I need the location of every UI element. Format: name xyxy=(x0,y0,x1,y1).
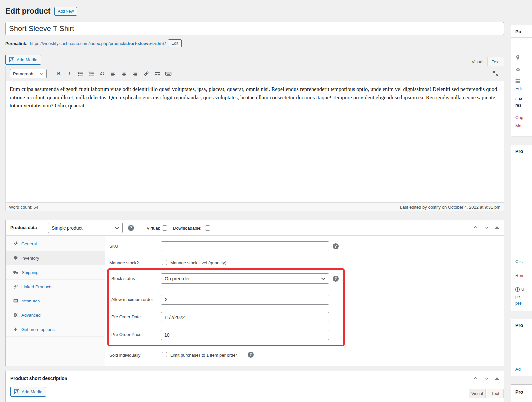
catalog-visibility-text: Cat xyxy=(515,97,522,101)
tab-label: Linked Products xyxy=(21,284,52,289)
preorder-price-label: Pre Order Price xyxy=(111,332,141,337)
image-notice-text: U xyxy=(521,287,524,292)
tab-attributes[interactable]: Attributes xyxy=(6,294,105,308)
toolbar-buttons: B I 123 xyxy=(55,70,172,78)
move-down-icon[interactable] xyxy=(484,376,489,381)
tab-inventory[interactable]: Inventory xyxy=(6,251,105,265)
copy-draft-link[interactable]: Cop xyxy=(515,115,523,120)
eye-icon xyxy=(515,67,521,72)
manage-stock-checkbox[interactable] xyxy=(162,260,167,265)
help-icon[interactable]: ? xyxy=(333,243,339,249)
stock-status-select[interactable]: On preorder xyxy=(161,273,329,284)
chevron-down-icon xyxy=(321,277,325,280)
manage-stock-text: Manage stock level (quantity) xyxy=(170,260,226,265)
product-title-input[interactable] xyxy=(5,22,504,35)
tab-text[interactable]: Text xyxy=(487,57,504,66)
editor-content[interactable]: Eum culpa assumenda eligendi fugit labor… xyxy=(6,81,504,202)
bold-icon[interactable]: B xyxy=(55,70,63,78)
edit-permalink-button[interactable]: Edit xyxy=(168,39,182,47)
more-tag-icon[interactable] xyxy=(153,70,161,78)
tab-get-more-options[interactable]: Get more options xyxy=(6,322,105,337)
add-media-button[interactable]: Add Media xyxy=(5,55,41,65)
media-icon xyxy=(9,57,14,62)
wrench-icon xyxy=(13,241,18,246)
help-icon[interactable]: ? xyxy=(248,352,254,358)
svg-text:3: 3 xyxy=(89,75,90,77)
align-left-icon[interactable] xyxy=(109,70,117,78)
tab-advanced[interactable]: Advanced xyxy=(6,308,105,322)
fullscreen-icon[interactable] xyxy=(492,70,500,78)
max-order-input[interactable] xyxy=(161,295,329,305)
align-right-icon[interactable] xyxy=(131,70,139,78)
toggle-panel-icon[interactable] xyxy=(495,377,499,380)
pin-icon xyxy=(515,55,521,60)
move-up-icon[interactable] xyxy=(473,225,478,230)
align-center-icon[interactable] xyxy=(120,70,128,78)
chevron-down-icon xyxy=(115,227,119,229)
main-editor-area: Add Media Visual Text Paragraph B I 123 xyxy=(5,54,504,211)
editor-toolbar: Paragraph B I 123 xyxy=(6,66,504,81)
tab-visual[interactable]: Visual xyxy=(469,389,486,398)
panel-controls xyxy=(473,225,499,230)
product-image-panel-title: Pro xyxy=(515,149,523,154)
downloadable-checkbox[interactable] xyxy=(205,225,210,231)
add-new-button[interactable]: Add New xyxy=(54,7,77,16)
bottom-side-panel: Pro xyxy=(511,384,532,402)
chevron-down-icon xyxy=(40,73,44,75)
remove-image-link[interactable]: Rem xyxy=(515,273,524,278)
italic-icon[interactable]: I xyxy=(66,70,73,78)
content-editor: Paragraph B I 123 xyxy=(5,66,504,211)
edit-link[interactable]: Edi xyxy=(515,86,522,91)
publish-panel: Pu Edi Cat res Cop Mo xyxy=(511,25,532,136)
paragraph-dropdown[interactable]: Paragraph xyxy=(10,69,47,78)
blockquote-icon[interactable] xyxy=(98,70,106,78)
bullet-list-icon[interactable] xyxy=(76,70,84,78)
toggle-panel-icon[interactable] xyxy=(495,226,499,229)
stock-status-label: Stock status xyxy=(111,276,135,281)
sold-individually-label: Sold individually xyxy=(109,353,140,358)
add-gallery-images-link[interactable]: Ad xyxy=(515,367,521,372)
tab-label: General xyxy=(21,241,37,246)
product-type-select[interactable]: Simple product xyxy=(48,223,123,233)
tab-text[interactable]: Text xyxy=(487,389,504,398)
sold-individually-text: Limit purchases to 1 item per order xyxy=(170,353,237,358)
ordered-list-icon[interactable]: 123 xyxy=(87,70,95,78)
permalink-url-base: https://woostify.canhhaiau.com/index.php… xyxy=(30,41,125,46)
help-icon[interactable]: ? xyxy=(128,225,134,231)
tab-general[interactable]: General xyxy=(6,237,105,251)
preorder-price-input[interactable] xyxy=(161,330,329,340)
tab-shipping[interactable]: Shipping xyxy=(6,265,105,280)
product-type-value: Simple product xyxy=(52,225,82,231)
add-media-button[interactable]: Add Media xyxy=(10,387,46,397)
publish-panel-title: Pu xyxy=(515,29,521,34)
short-description-panel: Product short description Add Media Visu… xyxy=(5,371,504,402)
premium-link[interactable]: pre xyxy=(515,301,522,306)
paragraph-dropdown-value: Paragraph xyxy=(13,71,33,76)
move-down-icon[interactable] xyxy=(484,225,489,230)
move-to-trash-link[interactable]: Mo xyxy=(515,123,521,128)
inventory-tag-icon xyxy=(13,255,18,261)
stock-status-value: On preorder xyxy=(165,276,190,281)
sold-individually-checkbox[interactable] xyxy=(162,352,167,357)
panel-divider xyxy=(511,332,532,332)
product-data-title: Product data — xyxy=(10,225,42,230)
tab-visual[interactable]: Visual xyxy=(469,57,486,66)
click-image-text: Clic xyxy=(515,259,523,264)
last-edited: Last edited by oostify on October 4, 202… xyxy=(400,205,500,210)
info-icon xyxy=(515,287,520,292)
sku-input[interactable] xyxy=(161,241,329,251)
permalink-url[interactable]: https://woostify.canhhaiau.com/index.php… xyxy=(30,41,166,46)
tab-linked-products[interactable]: Linked Products xyxy=(6,280,105,294)
editor-paragraph: Eum culpa assumenda eligendi fugit labor… xyxy=(10,85,500,110)
link-icon xyxy=(13,284,18,289)
gear-icon xyxy=(13,312,18,318)
link-icon[interactable] xyxy=(142,70,150,78)
virtual-checkbox[interactable] xyxy=(162,225,167,231)
word-count: Word count: 64 xyxy=(9,205,38,210)
keyboard-icon[interactable] xyxy=(164,70,172,78)
move-up-icon[interactable] xyxy=(473,376,478,381)
short-description-title: Product short description xyxy=(10,376,67,381)
preorder-date-input[interactable] xyxy=(161,312,329,322)
help-icon[interactable]: ? xyxy=(333,276,339,282)
product-image-panel: Pro Clic Rem U pix pre xyxy=(511,145,532,311)
